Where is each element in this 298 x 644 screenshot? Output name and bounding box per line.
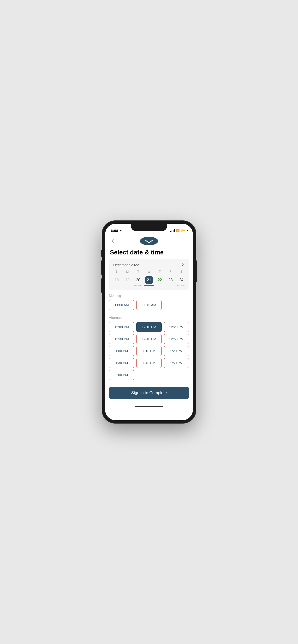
- date-number-19: 19: [123, 276, 131, 284]
- time-slot-150pm[interactable]: 1:50 PM: [164, 358, 189, 368]
- time-slot-1220pm[interactable]: 12:20 PM: [164, 322, 189, 332]
- date-number-24: 24: [178, 276, 185, 284]
- notch: [131, 224, 167, 231]
- date-number-21: 21: [145, 276, 153, 284]
- location-icon: ►: [119, 229, 122, 232]
- morning-section: Morning 11:00 AM 11:10 AM: [105, 293, 193, 315]
- selected-indicator: [144, 285, 154, 286]
- app-header: [105, 234, 193, 247]
- date-cell-19[interactable]: 19: [122, 275, 133, 288]
- day-label-t1: T: [133, 269, 144, 274]
- date-number-23: 23: [167, 276, 175, 284]
- day-label-s1: S: [111, 269, 122, 274]
- time-slot-1240pm[interactable]: 12:40 PM: [136, 334, 162, 344]
- morning-slots-grid: 11:00 AM 11:10 AM: [109, 300, 189, 310]
- afternoon-section: Afternoon 12:00 PM 12:10 PM 12:20 PM 12:…: [105, 315, 193, 385]
- date-cell-24[interactable]: 24 No Slots: [176, 275, 187, 288]
- afternoon-slots-grid: 12:00 PM 12:10 PM 12:20 PM 12:30 PM 12:4…: [109, 322, 189, 380]
- time-slot-100pm[interactable]: 1:00 PM: [109, 346, 134, 356]
- sign-in-button[interactable]: Sign in to Complete: [109, 387, 189, 399]
- date-cell-23[interactable]: 23: [165, 275, 176, 288]
- time-slot-200pm[interactable]: 2:00 PM: [109, 370, 134, 380]
- phone-frame: 6:08 ► 📶: [102, 221, 196, 423]
- status-time: 6:08 ►: [111, 228, 122, 233]
- day-label-s2: S: [176, 269, 187, 274]
- day-label-w: W: [144, 269, 155, 274]
- logo-image: [139, 236, 159, 246]
- volume-down-button: [101, 278, 102, 293]
- time-slot-140pm[interactable]: 1:40 PM: [136, 358, 162, 368]
- status-icons: 📶: [170, 229, 187, 232]
- time-slot-1250pm[interactable]: 12:50 PM: [164, 334, 189, 344]
- time-slot-110pm[interactable]: 1:10 PM: [136, 346, 162, 356]
- date-number-22: 22: [156, 276, 164, 284]
- date-number-20: 20: [134, 276, 142, 284]
- volume-up-button: [101, 260, 102, 275]
- calendar-container: December 2022 S M T W T F S: [109, 259, 189, 290]
- mute-button: [101, 250, 102, 257]
- date-sub-20: No Slots: [134, 284, 142, 286]
- date-sub-24: No Slots: [177, 284, 186, 286]
- calendar-dates: 18 19 20 No Slots 21: [111, 275, 187, 288]
- chevron-right-icon: [181, 263, 184, 266]
- calendar-next-button[interactable]: [180, 262, 185, 267]
- bottom-bar: Sign in to Complete: [105, 385, 193, 402]
- time-slot-1110am[interactable]: 11:10 AM: [136, 300, 162, 310]
- logo-container: [139, 236, 159, 246]
- back-button[interactable]: [110, 237, 117, 245]
- page-title: Select date & time: [105, 247, 193, 259]
- phone-screen: 6:08 ► 📶: [105, 224, 193, 420]
- day-label-m: M: [122, 269, 133, 274]
- day-label-t2: T: [154, 269, 165, 274]
- calendar-days-header: S M T W T F S: [111, 269, 187, 274]
- day-label-f: F: [165, 269, 176, 274]
- battery-icon: [181, 229, 187, 232]
- time-slot-1230pm[interactable]: 12:30 PM: [109, 334, 134, 344]
- time-slot-1200pm[interactable]: 12:00 PM: [109, 322, 134, 332]
- date-cell-20[interactable]: 20 No Slots: [133, 275, 144, 288]
- time-slot-120pm[interactable]: 1:20 PM: [164, 346, 189, 356]
- signal-icon: [170, 229, 175, 232]
- date-cell-21[interactable]: 21: [144, 275, 155, 288]
- time-slot-130pm[interactable]: 1:30 PM: [109, 358, 134, 368]
- calendar-header: December 2022: [111, 262, 187, 269]
- app-content: Select date & time December 2022 S M T W…: [105, 234, 193, 420]
- date-cell-18[interactable]: 18: [111, 275, 122, 288]
- morning-label: Morning: [109, 294, 189, 298]
- back-chevron-icon: [112, 239, 115, 243]
- calendar-month: December 2022: [113, 263, 139, 267]
- home-bar: [135, 406, 163, 407]
- date-cell-22[interactable]: 22: [154, 275, 165, 288]
- time-slot-1100am[interactable]: 11:00 AM: [109, 300, 134, 310]
- date-number-18: 18: [113, 276, 120, 284]
- time-slot-1210pm[interactable]: 12:10 PM: [136, 322, 162, 332]
- wifi-icon: 📶: [176, 229, 180, 232]
- afternoon-label: Afternoon: [109, 316, 189, 320]
- power-button: [196, 260, 197, 282]
- home-indicator: [105, 402, 193, 410]
